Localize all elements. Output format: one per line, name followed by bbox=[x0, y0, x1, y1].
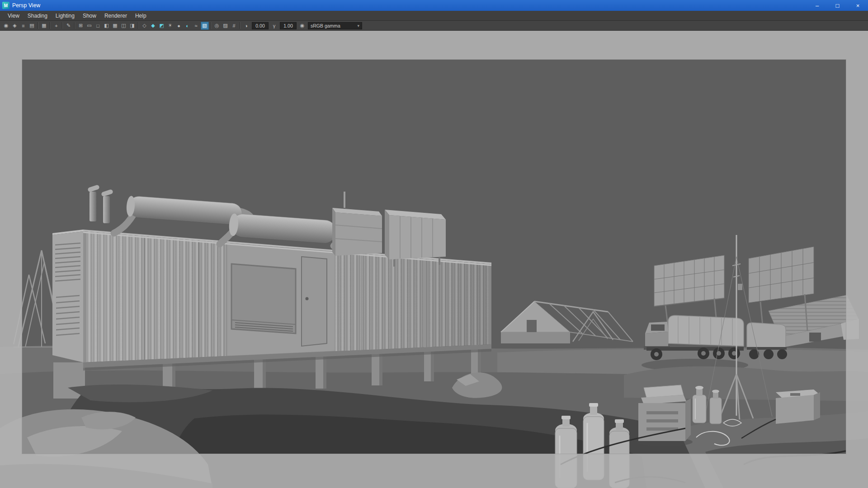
view-transform-value: sRGB gamma bbox=[311, 23, 340, 28]
menu-renderer[interactable]: Renderer bbox=[100, 11, 131, 20]
gate-mask-left bbox=[0, 60, 22, 454]
camera-attributes-icon[interactable]: ≡ bbox=[19, 22, 28, 30]
menu-view[interactable]: View bbox=[4, 11, 24, 20]
menu-help[interactable]: Help bbox=[131, 11, 151, 20]
image-plane-icon[interactable]: ▦ bbox=[40, 22, 48, 30]
field-chart-icon[interactable]: ▦ bbox=[111, 22, 119, 30]
ambient-occlusion-icon[interactable]: ◐ bbox=[184, 22, 192, 30]
grid-icon[interactable]: ⊞ bbox=[77, 22, 85, 30]
lock-camera-icon[interactable]: ◈ bbox=[11, 22, 19, 30]
maximize-button[interactable]: □ bbox=[827, 0, 848, 11]
close-button[interactable]: × bbox=[848, 0, 868, 11]
menu-bar: View Shading Lighting Show Renderer Help bbox=[0, 11, 868, 21]
menu-lighting[interactable]: Lighting bbox=[52, 11, 79, 20]
exposure-field[interactable]: 0.00 bbox=[252, 22, 269, 29]
gamma-field[interactable]: 1.00 bbox=[280, 22, 297, 29]
resolution-gate-icon[interactable]: □ bbox=[94, 22, 102, 30]
toolbar-separator bbox=[50, 22, 51, 29]
window-controls: – □ × bbox=[807, 0, 868, 11]
gamma-icon[interactable]: γ bbox=[270, 22, 278, 30]
window-title: Persp View bbox=[12, 2, 40, 9]
textured-mode-icon[interactable]: ◩ bbox=[158, 22, 166, 30]
shaded-mode-icon[interactable]: ◆ bbox=[149, 22, 157, 30]
color-management-icon[interactable]: ◉ bbox=[298, 22, 307, 30]
container-door bbox=[302, 257, 327, 346]
minimize-button[interactable]: – bbox=[807, 0, 827, 11]
gate-mask-icon[interactable]: ◧ bbox=[103, 22, 111, 30]
container-window bbox=[231, 264, 296, 333]
wireframe-icon[interactable]: ◇ bbox=[141, 22, 149, 30]
select-camera-icon[interactable]: ◉ bbox=[2, 22, 10, 30]
safe-action-icon[interactable]: ◫ bbox=[120, 22, 128, 30]
persp-view-window: M Persp View – □ × View Shading Lighting… bbox=[0, 0, 868, 488]
gate-mask-right bbox=[846, 60, 868, 454]
scene-render bbox=[0, 31, 868, 488]
view-transform-dropdown[interactable]: sRGB gamma ▾ bbox=[308, 22, 362, 29]
perspective-viewport[interactable] bbox=[0, 31, 868, 488]
menu-shading[interactable]: Shading bbox=[24, 11, 52, 20]
chevron-down-icon: ▾ bbox=[351, 23, 359, 28]
toolbar-separator bbox=[210, 22, 211, 29]
use-all-lights-icon[interactable]: ☀ bbox=[166, 22, 175, 30]
bookmark-icon[interactable]: ▤ bbox=[28, 22, 36, 30]
grease-pencil-icon[interactable]: ✎ bbox=[65, 22, 73, 30]
toolbar-separator bbox=[240, 22, 241, 29]
film-gate-icon[interactable]: ▭ bbox=[85, 22, 94, 30]
exposure-icon[interactable]: ◑ bbox=[242, 22, 250, 30]
isolate-select-icon[interactable]: ◎ bbox=[213, 22, 221, 30]
toolbar-separator bbox=[74, 22, 75, 29]
gate-mask-top bbox=[0, 31, 868, 60]
gate-mask-bottom bbox=[0, 454, 868, 488]
toolbar-separator bbox=[38, 22, 38, 29]
pan-zoom-2d-icon[interactable]: + bbox=[52, 22, 61, 30]
title-bar[interactable]: M Persp View – □ × bbox=[0, 0, 868, 11]
menu-show[interactable]: Show bbox=[79, 11, 100, 20]
xray-icon[interactable]: ▨ bbox=[222, 22, 230, 30]
motion-blur-icon[interactable]: ≈ bbox=[192, 22, 200, 30]
toolbar-separator bbox=[62, 22, 63, 29]
shadows-icon[interactable]: ● bbox=[175, 22, 183, 30]
panel-toolbar: ◉ ◈ ≡ ▤ ▦ + ✎ ⊞ ▭ □ ◧ ▦ ◫ ◨ ◇ ◆ ◩ ☀ ● ◐ … bbox=[0, 21, 868, 31]
toolbar-separator bbox=[138, 22, 139, 29]
anti-aliasing-icon[interactable]: ▧ bbox=[201, 22, 209, 30]
xray-joints-icon[interactable]: # bbox=[230, 22, 238, 30]
maya-app-icon: M bbox=[2, 2, 9, 9]
safe-title-icon[interactable]: ◨ bbox=[128, 22, 137, 30]
